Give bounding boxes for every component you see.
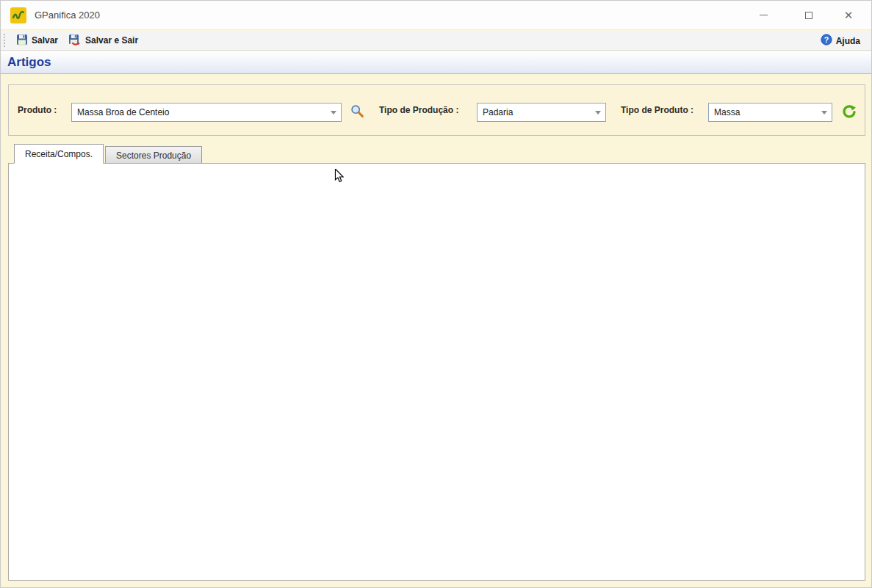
produto-label: Produto : xyxy=(18,105,57,115)
chevron-down-icon[interactable] xyxy=(326,111,341,115)
tab-label: Sectores Produção xyxy=(116,150,191,161)
tipo-produto-value: Massa xyxy=(709,107,817,117)
produto-combobox[interactable]: Massa Broa de Centeio xyxy=(71,103,342,122)
refresh-icon xyxy=(841,104,857,122)
product-filter-panel: Produto : Massa Broa de Centeio Tipo de … xyxy=(8,84,865,136)
page-header: Artigos xyxy=(1,51,871,74)
maximize-icon[interactable] xyxy=(792,1,826,29)
svg-text:?: ? xyxy=(824,35,828,44)
tab-content-panel xyxy=(8,163,865,581)
product-search-button[interactable] xyxy=(348,104,366,121)
tab-label: Receita/Compos. xyxy=(25,149,93,159)
tab-strip: Receita/Compos. Sectores Produção xyxy=(14,144,203,164)
chevron-down-icon[interactable] xyxy=(817,111,832,115)
chevron-down-icon[interactable] xyxy=(591,111,605,115)
save-exit-button[interactable]: Salvar e Sair xyxy=(63,32,143,50)
page-title: Artigos xyxy=(7,55,51,70)
minimize-icon[interactable] xyxy=(746,1,780,29)
tipo-producao-combobox[interactable]: Padaria xyxy=(477,103,606,122)
search-icon xyxy=(350,104,364,120)
tipo-producao-value: Padaria xyxy=(478,107,591,117)
help-button-label: Ajuda xyxy=(836,36,860,46)
toolbar-grip xyxy=(4,34,6,47)
mouse-cursor-icon xyxy=(333,169,346,186)
tipo-produto-label: Tipo de Produto : xyxy=(621,105,693,115)
toolbar: Salvar Salvar e Sair ? Ajuda xyxy=(1,31,871,51)
app-window: GPanifica 2020 ✕ Salvar Salvar e Sair ? … xyxy=(0,0,872,588)
save-exit-icon xyxy=(68,34,82,48)
produto-value: Massa Broa de Centeio xyxy=(72,107,326,117)
refresh-button[interactable] xyxy=(840,104,858,121)
window-title: GPanifica 2020 xyxy=(35,10,100,21)
close-icon[interactable]: ✕ xyxy=(832,1,865,29)
title-bar: GPanifica 2020 ✕ xyxy=(1,1,871,30)
tab-receita-compos[interactable]: Receita/Compos. xyxy=(14,144,104,164)
save-icon xyxy=(16,34,28,48)
save-exit-button-label: Salvar e Sair xyxy=(85,35,138,46)
tipo-produto-combobox[interactable]: Massa xyxy=(708,103,832,122)
tab-sectores-producao[interactable]: Sectores Produção xyxy=(105,146,202,164)
save-button-label: Salvar xyxy=(32,35,58,46)
tipo-producao-label: Tipo de Produção : xyxy=(379,105,458,115)
help-icon: ? xyxy=(821,34,832,48)
app-logo-icon xyxy=(10,7,26,23)
save-button[interactable]: Salvar xyxy=(11,32,63,50)
help-button[interactable]: ? Ajuda xyxy=(815,32,865,50)
